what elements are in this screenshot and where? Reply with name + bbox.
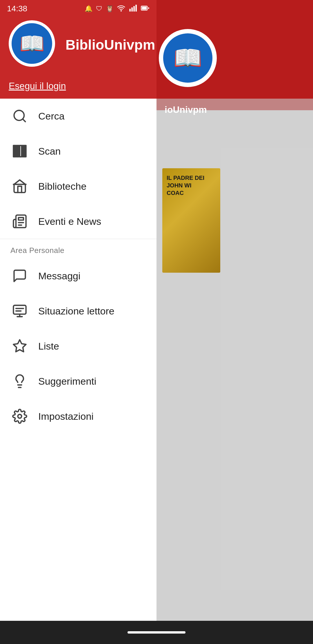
wifi-icon [117,4,125,14]
status-time: 14:38 [7,4,27,13]
menu-item-impostazioni[interactable]: Impostazioni [0,399,156,434]
liste-label: Liste [38,341,59,352]
menu-item-messaggi[interactable]: Messaggi [0,258,156,294]
svg-rect-9 [13,146,14,157]
notification-icon: 🔔 [85,5,92,12]
barcode-icon [10,142,29,160]
svg-rect-1 [129,9,131,11]
svg-marker-23 [13,340,26,352]
menu-item-biblioteche[interactable]: Biblioteche [0,169,156,204]
battery-icon [140,4,150,14]
svg-rect-18 [13,305,26,314]
nav-bar [0,621,313,644]
lightbulb-icon [10,372,29,390]
menu-item-eventi[interactable]: Eventi e News [0,204,156,239]
owl-icon: 🦉 [106,5,114,12]
book-image: IL PADRE DEI JOHN WI COAC [162,168,220,273]
suggerimenti-label: Suggerimenti [38,376,96,387]
menu-item-suggerimenti[interactable]: Suggerimenti [0,364,156,399]
svg-point-24 [18,415,22,418]
situazione-label: Situazione lettore [38,305,114,317]
app-logo-icon: 📖 [19,32,45,55]
svg-line-8 [23,119,25,122]
star-icon [10,337,29,355]
svg-rect-14 [22,146,23,157]
status-icons: 🔔 🛡 🦉 [85,4,150,14]
svg-rect-11 [17,146,18,157]
menu-item-liste[interactable]: Liste [0,329,156,364]
app-name: BiblioUnivpm [65,37,155,53]
svg-rect-3 [133,6,135,12]
svg-rect-4 [135,5,137,11]
scan-label: Scan [38,146,61,157]
messaggi-label: Messaggi [38,270,81,282]
search-icon [10,107,29,125]
svg-rect-13 [20,146,22,157]
section-personal-label: Area Personale [0,239,156,258]
reader-icon [10,302,29,320]
svg-point-0 [121,10,121,11]
svg-rect-15 [23,146,25,157]
library-icon [10,177,29,196]
svg-rect-16 [26,146,26,157]
svg-rect-10 [15,146,16,157]
menu-item-situazione[interactable]: Situazione lettore [0,294,156,329]
home-indicator [128,631,185,634]
shield-icon: 🛡 [96,5,102,12]
eventi-label: Eventi e News [38,216,101,227]
menu-panel: Cerca Scan Biblioteche [0,99,156,644]
chat-icon [10,267,29,285]
gear-icon [10,407,29,426]
cerca-label: Cerca [38,111,65,122]
svg-rect-2 [131,7,133,11]
status-bar: 14:38 🔔 🛡 🦉 [0,0,156,17]
signal-icon [129,4,137,14]
svg-rect-6 [142,7,147,9]
news-icon [10,212,29,231]
login-link[interactable]: Esegui il login [9,81,66,91]
biblioteche-label: Biblioteche [38,181,86,192]
book-title: IL PADRE DEI JOHN WI COAC [167,174,216,197]
app-logo: 📖 [9,20,55,67]
svg-rect-12 [19,146,19,157]
menu-item-cerca[interactable]: Cerca [0,99,156,134]
impostazioni-label: Impostazioni [38,411,94,422]
bg-app-name-label: ioUnivpm [159,99,213,121]
bg-app-logo: 📖 [159,29,217,87]
menu-item-scan[interactable]: Scan [0,134,156,169]
